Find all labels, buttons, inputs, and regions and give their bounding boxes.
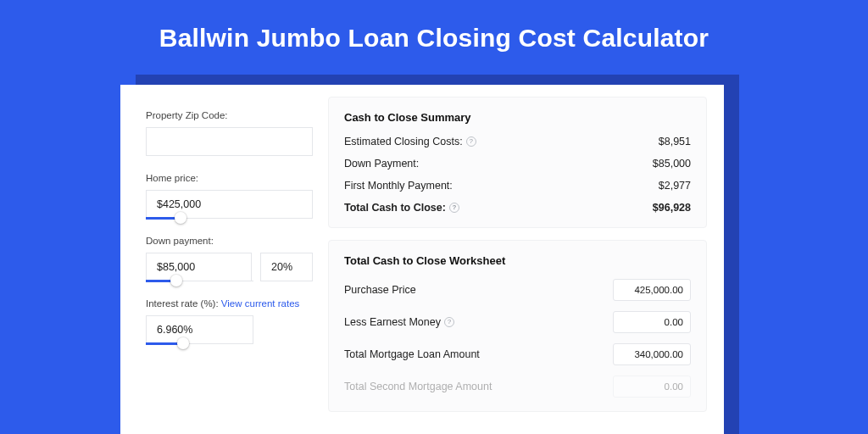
- summary-row: Down Payment: $85,000: [344, 158, 691, 170]
- zip-group: Property Zip Code:: [146, 110, 313, 156]
- interest-label: Interest rate (%): View current rates: [146, 298, 313, 309]
- summary-row-value: $2,977: [659, 180, 691, 192]
- worksheet-row: Purchase Price: [344, 279, 691, 301]
- worksheet-row-label: Total Mortgage Loan Amount: [344, 348, 480, 360]
- interest-label-text: Interest rate (%):: [146, 298, 219, 309]
- calculator-card: Property Zip Code: Home price: Down paym…: [120, 85, 724, 434]
- purchase-price-input[interactable]: [613, 279, 691, 301]
- results-column: Cash to Close Summary Estimated Closing …: [328, 85, 724, 434]
- zip-label: Property Zip Code:: [146, 110, 313, 120]
- earnest-money-input[interactable]: [613, 311, 691, 333]
- summary-total-value: $96,928: [653, 202, 691, 214]
- worksheet-row: Total Second Mortgage Amount: [344, 376, 691, 398]
- summary-total-label: Total Cash to Close:: [344, 202, 446, 214]
- summary-row-label: Down Payment:: [344, 158, 419, 170]
- worksheet-row: Less Earnest Money ?: [344, 311, 691, 333]
- summary-panel: Cash to Close Summary Estimated Closing …: [328, 97, 707, 228]
- down-payment-slider[interactable]: [146, 281, 253, 281]
- help-icon[interactable]: ?: [466, 136, 476, 147]
- worksheet-row-label: Less Earnest Money: [344, 316, 441, 328]
- interest-group: Interest rate (%): View current rates: [146, 298, 313, 344]
- summary-total-row: Total Cash to Close: ? $96,928: [344, 202, 691, 214]
- help-icon[interactable]: ?: [449, 203, 459, 213]
- slider-knob[interactable]: [170, 275, 182, 287]
- slider-knob[interactable]: [175, 212, 186, 224]
- summary-row: First Monthly Payment: $2,977: [344, 180, 691, 192]
- view-rates-link[interactable]: View current rates: [221, 298, 299, 309]
- down-payment-input[interactable]: [146, 253, 252, 281]
- second-mortgage-input[interactable]: [613, 376, 691, 398]
- worksheet-heading: Total Cash to Close Worksheet: [344, 254, 691, 267]
- page-title: Ballwin Jumbo Loan Closing Cost Calculat…: [0, 0, 868, 68]
- mortgage-amount-input[interactable]: [613, 343, 691, 365]
- worksheet-row-label: Purchase Price: [344, 284, 416, 296]
- zip-input[interactable]: [146, 127, 313, 156]
- worksheet-row: Total Mortgage Loan Amount: [344, 343, 691, 365]
- interest-slider[interactable]: [146, 343, 253, 344]
- home-price-slider[interactable]: [146, 218, 313, 219]
- down-payment-pct-input[interactable]: [260, 253, 313, 281]
- summary-row-label: First Monthly Payment:: [344, 180, 453, 192]
- home-price-input[interactable]: [146, 190, 313, 219]
- summary-row-value: $85,000: [653, 158, 691, 170]
- interest-input[interactable]: [146, 315, 253, 344]
- down-payment-group: Down payment:: [146, 236, 313, 281]
- home-price-group: Home price:: [146, 173, 313, 219]
- down-payment-label: Down payment:: [146, 236, 313, 246]
- help-icon[interactable]: ?: [444, 317, 454, 327]
- worksheet-row-label: Total Second Mortgage Amount: [344, 381, 492, 392]
- home-price-label: Home price:: [146, 173, 313, 183]
- worksheet-panel: Total Cash to Close Worksheet Purchase P…: [328, 240, 707, 412]
- summary-heading: Cash to Close Summary: [344, 111, 691, 124]
- summary-row-label: Estimated Closing Costs:: [344, 136, 463, 147]
- slider-knob[interactable]: [177, 337, 189, 349]
- summary-row-value: $8,951: [659, 136, 691, 147]
- summary-row: Estimated Closing Costs: ? $8,951: [344, 136, 691, 147]
- input-column: Property Zip Code: Home price: Down paym…: [120, 85, 328, 434]
